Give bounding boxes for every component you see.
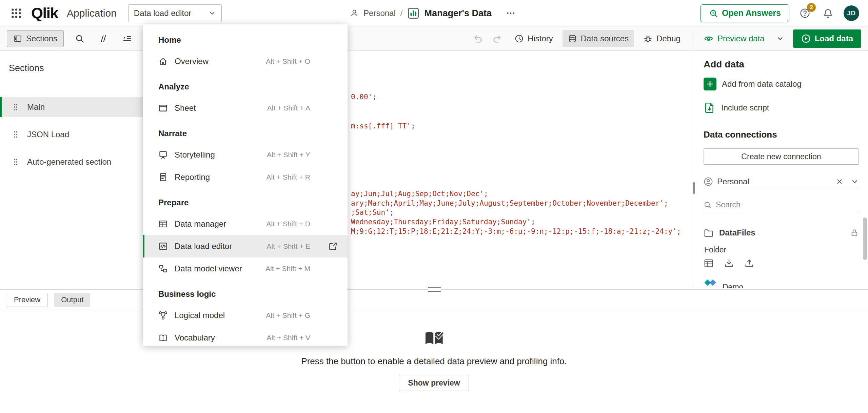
code-line[interactable]: M;9:G;12:T;15:P;18:E;21:Z;24:Y;-3:m;-6:μ…: [351, 227, 681, 235]
load-data-label: Load data: [815, 34, 853, 43]
section-item-auto-generated[interactable]: Auto-generated section: [0, 152, 143, 172]
app-options-button[interactable]: [503, 6, 518, 21]
data-connections-title: Data connections: [704, 129, 777, 140]
view-selector[interactable]: Data load editor: [128, 4, 222, 22]
drag-handle-icon[interactable]: [13, 157, 18, 167]
drag-handle-icon[interactable]: [13, 129, 18, 140]
code-line[interactable]: m:ss[.fff] TT';: [351, 122, 415, 130]
data-sources-button[interactable]: Data sources: [563, 30, 634, 47]
space-filter-select[interactable]: Personal: [704, 174, 859, 189]
add-from-catalog-button[interactable]: Add from data catalog: [704, 77, 802, 91]
menu-item-sheet[interactable]: Sheet Alt + Shift + A: [143, 97, 348, 119]
user-avatar[interactable]: JD: [844, 5, 859, 21]
create-new-connection-button[interactable]: Create new connection: [704, 148, 859, 165]
debug-label: Debug: [656, 34, 680, 43]
sections-toggle-button[interactable]: Sections: [7, 30, 64, 47]
menu-item-reporting[interactable]: Reporting Alt + Shift + R: [143, 166, 348, 188]
section-item-json-load[interactable]: JSON Load: [0, 124, 143, 145]
open-in-new-tab-button[interactable]: [327, 241, 339, 252]
add-data-title: Add data: [704, 59, 744, 70]
sections-sidebar: Sections Main JSON Load Auto-generated s…: [0, 51, 144, 289]
indent-button[interactable]: [119, 31, 135, 46]
load-data-button[interactable]: Load data: [793, 29, 861, 48]
open-new-tab-icon: [329, 242, 337, 251]
clear-filter-icon[interactable]: [836, 178, 843, 185]
panel-resize-handle[interactable]: [693, 182, 695, 194]
tab-preview[interactable]: Preview: [7, 293, 47, 307]
answers-search-icon: [709, 9, 718, 18]
preview-data-menu-button[interactable]: [774, 31, 786, 46]
connection-name: Demo: [723, 283, 743, 288]
section-label: JSON Load: [27, 130, 69, 139]
menu-group-header: Analyze: [143, 73, 348, 97]
search-icon: [75, 34, 84, 43]
connections-search-input[interactable]: [716, 200, 859, 209]
menu-item-data-model-viewer[interactable]: Data model viewer Alt + Shift + M: [143, 257, 348, 280]
menu-item-label: Data load editor: [175, 242, 260, 251]
menu-item-vocabulary[interactable]: Vocabulary Alt + Shift + V: [143, 327, 348, 349]
app-launcher-button[interactable]: [9, 6, 24, 21]
data-connection-clipped[interactable]: Demo: [704, 277, 859, 288]
comment-icon: [99, 34, 108, 43]
undo-button[interactable]: [470, 31, 486, 46]
menu-item-label: Sheet: [175, 103, 260, 113]
code-icon: [158, 242, 168, 251]
include-script-button[interactable]: Include script: [704, 101, 769, 115]
search-button[interactable]: [72, 31, 87, 46]
toggle-comment-button[interactable]: [96, 31, 111, 46]
code-line[interactable]: ;Sat;Sun';: [351, 208, 394, 216]
lock-icon: [850, 228, 859, 237]
connection-type-label: Folder: [704, 245, 726, 254]
sections-panel-icon: [13, 34, 22, 43]
menu-item-storytelling[interactable]: Storytelling Alt + Shift + Y: [143, 144, 348, 166]
preview-book-check-icon: [423, 329, 445, 348]
code-line[interactable]: ay;Jun;Jul;Aug;Sep;Oct;Nov;Dec';: [351, 190, 488, 198]
connections-search[interactable]: [704, 198, 859, 212]
menu-item-overview[interactable]: Overview Alt + Shift + O: [143, 50, 348, 73]
section-item-main[interactable]: Main: [0, 97, 143, 117]
editor-toolbar: Sections History Data sources Debug: [0, 26, 868, 51]
drag-handle-icon[interactable]: [13, 102, 18, 112]
debug-button[interactable]: Debug: [638, 30, 686, 47]
breadcrumb-space[interactable]: Personal: [363, 8, 396, 18]
redo-button[interactable]: [490, 31, 505, 46]
sections-list: Main JSON Load Auto-generated section: [0, 97, 143, 179]
pane-resize-handle[interactable]: [428, 287, 441, 292]
menu-item-data-load-editor[interactable]: Data load editor Alt + Shift + E: [143, 235, 348, 257]
data-model-icon: [158, 264, 168, 273]
chevron-down-icon: [776, 35, 784, 42]
history-button[interactable]: History: [509, 30, 558, 47]
panel-scrollbar[interactable]: [863, 218, 867, 260]
menu-item-logical-model[interactable]: Logical model Alt + Shift + G: [143, 304, 348, 327]
preview-data-button[interactable]: Preview data: [698, 30, 770, 47]
home-icon: [158, 57, 168, 66]
upload-file-button[interactable]: [744, 258, 754, 269]
notifications-button[interactable]: [821, 6, 835, 21]
breadcrumb-app-name[interactable]: Manager's Data: [424, 8, 492, 19]
import-data-button[interactable]: [724, 258, 734, 269]
qlik-logo: Qlik: [31, 4, 58, 22]
data-sources-label: Data sources: [581, 34, 629, 43]
menu-item-shortcut: Alt + Shift + M: [265, 265, 310, 273]
code-line[interactable]: ary;March;April;May;June;July;August;Sep…: [351, 199, 668, 207]
bug-icon: [644, 34, 652, 43]
data-connection-datafiles[interactable]: DataFiles: [704, 224, 859, 241]
open-answers-button[interactable]: Open Answers: [701, 4, 789, 22]
space-filter-value: Personal: [717, 177, 832, 186]
show-preview-button[interactable]: Show preview: [399, 375, 469, 391]
menu-item-data-manager[interactable]: Data manager Alt + Shift + D: [143, 213, 348, 235]
connection-diamonds-icon: [704, 278, 717, 287]
code-line[interactable]: 0.00';: [351, 93, 377, 101]
menu-item-label: Storytelling: [175, 150, 260, 160]
preview-pane-tabs: Preview Output: [0, 290, 868, 310]
history-label: History: [528, 34, 553, 43]
code-line[interactable]: Wednesday;Thursday;Friday;Saturday;Sunda…: [351, 218, 535, 226]
menu-item-shortcut: Alt + Shift + Y: [267, 151, 310, 159]
book-icon: [158, 333, 168, 343]
tab-output[interactable]: Output: [54, 293, 90, 307]
preview-pane: Preview Output Press the button to enabl…: [0, 289, 868, 413]
select-data-button[interactable]: [704, 258, 714, 269]
logical-model-icon: [158, 311, 168, 320]
include-script-label: Include script: [721, 103, 769, 112]
chevron-down-icon[interactable]: [851, 178, 859, 186]
